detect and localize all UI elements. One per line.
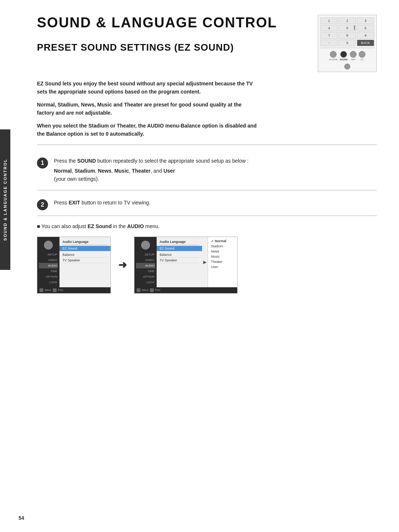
menu2-tv-speaker: TV Speaker (160, 258, 199, 263)
menu2-item-audio: AUDIO (136, 263, 155, 268)
remote-key-3: 3 (357, 17, 374, 24)
arrow-right: ➜ (118, 259, 127, 271)
menu2-balance: Balance (160, 252, 199, 258)
submenu-arrow-indicator: ▶ (202, 237, 208, 287)
remote-key-4: 4 (320, 25, 338, 31)
remote-key-9: 9 (357, 32, 374, 39)
remote-key-6: 6 (357, 25, 374, 31)
remote-key-8: 8 (338, 32, 356, 39)
step-1: 1 Press the SOUND button repeatedly to s… (37, 152, 377, 190)
step-1-content: Press the SOUND button repeatedly to sel… (54, 157, 249, 184)
remote-key-7: 7 (320, 32, 338, 39)
submenu-user: User (211, 264, 234, 270)
intro-paragraph-1: EZ Sound lets you enjoy the best sound w… (37, 79, 259, 96)
remote-key-5: 5 (338, 25, 356, 31)
page-number: 54 (18, 515, 24, 521)
menu-screenshots: SETUP VIDEO AUDIO TIME OPTION LOCK Audio… (37, 237, 377, 294)
remote-image: 1 2 3 4 5 6 7 8 9 - 0 BACK (318, 15, 377, 72)
step-number-1: 1 (37, 157, 48, 169)
remote-key-dash: - (320, 40, 338, 46)
menu1-bottom-icon2 (53, 288, 57, 292)
menu2-item-video: VIDEO (136, 257, 155, 263)
menu1-item-video: VIDEO (39, 257, 58, 263)
remote-sound2-btn (344, 64, 350, 70)
menu1-balance: Balance (62, 252, 108, 258)
menu1-item-option: OPTION (39, 274, 58, 279)
menu1-item-time: TIME (39, 268, 58, 274)
submenu-panel: Normal Stadium News Music Theater User (208, 237, 237, 287)
menu2-bottom-bar: Menu Prev (134, 287, 237, 293)
remote-numpad: 1 2 3 4 5 6 7 8 9 - 0 BACK (320, 17, 374, 46)
menu1-item-audio: AUDIO (39, 263, 58, 268)
menu2-item-lock: LOCK (136, 279, 155, 285)
step-2-content: Press EXIT button to return to TV viewin… (54, 199, 150, 208)
menu1-left-bar: SETUP VIDEO AUDIO TIME OPTION LOCK (37, 237, 59, 287)
menu1-bottom-bar: Menu Prev (37, 287, 110, 293)
remote-sound-btn (340, 51, 347, 58)
step-2: 2 Press EXIT button to return to TV view… (37, 193, 377, 216)
submenu-theater: Theater (211, 259, 234, 264)
menu2-left-bar: SETUP VIDEO AUDIO TIME OPTION LOCK (134, 237, 157, 287)
intro-paragraph-3: When you select the Stadium or Theater, … (37, 122, 259, 138)
menu2-item-time: TIME (136, 268, 155, 274)
submenu-news: News (211, 249, 234, 254)
submenu-normal: Normal (211, 238, 234, 244)
submenu-music: Music (211, 254, 234, 259)
note-section: ■ You can also adjust EZ Sound in the AU… (37, 223, 377, 229)
remote-key-back: BACK (357, 40, 374, 46)
remote-key-0: 0 (338, 40, 356, 46)
menu1-audio-language: Audio Language (62, 239, 108, 245)
menu2-item-option: OPTION (136, 274, 155, 279)
menu2-right-content: Audio Language EZ Sound Balance TV Speak… (157, 237, 202, 287)
menu2-audio-language: Audio Language (160, 239, 199, 245)
menu1-item-setup: SETUP (39, 252, 58, 257)
menu1-ez-sound: EZ Sound (59, 246, 110, 251)
remote-action-btn (330, 51, 337, 58)
step-number-2: 2 (37, 199, 48, 210)
section-title: PRESET SOUND SETTINGS (EZ SOUND) (37, 42, 277, 53)
menu-screenshot-1: SETUP VIDEO AUDIO TIME OPTION LOCK Audio… (37, 237, 111, 294)
side-label: Sound & Language Control (0, 129, 10, 270)
menu2-item-setup: SETUP (136, 252, 155, 257)
page-title: SOUND & LANGUAGE CONTROL (37, 15, 277, 31)
menu1-tv-speaker: TV Speaker (62, 258, 108, 263)
menu1-bottom-icon (40, 288, 43, 292)
remote-buttons-row: ACTION SOUND SAP CC (320, 50, 374, 62)
menu2-bottom-icon (137, 288, 140, 292)
menu2-bottom-icon2 (150, 288, 154, 292)
menu-screenshot-2: SETUP VIDEO AUDIO TIME OPTION LOCK Audio… (134, 237, 238, 294)
remote-key-2: 2 (338, 17, 356, 24)
menu1-right-content: Audio Language EZ Sound Balance TV Speak… (59, 237, 110, 287)
intro-paragraph-2: Normal, Stadium, News, Music and Theater… (37, 101, 259, 117)
remote-cc-btn (359, 51, 365, 58)
menu2-ez-sound: EZ Sound (157, 246, 202, 251)
menu1-item-lock: LOCK (39, 279, 58, 285)
submenu-stadium: Stadium (211, 244, 234, 249)
remote-key-1: 1 (320, 17, 338, 24)
remote-sap-btn (350, 51, 357, 58)
divider-1 (37, 145, 377, 145)
